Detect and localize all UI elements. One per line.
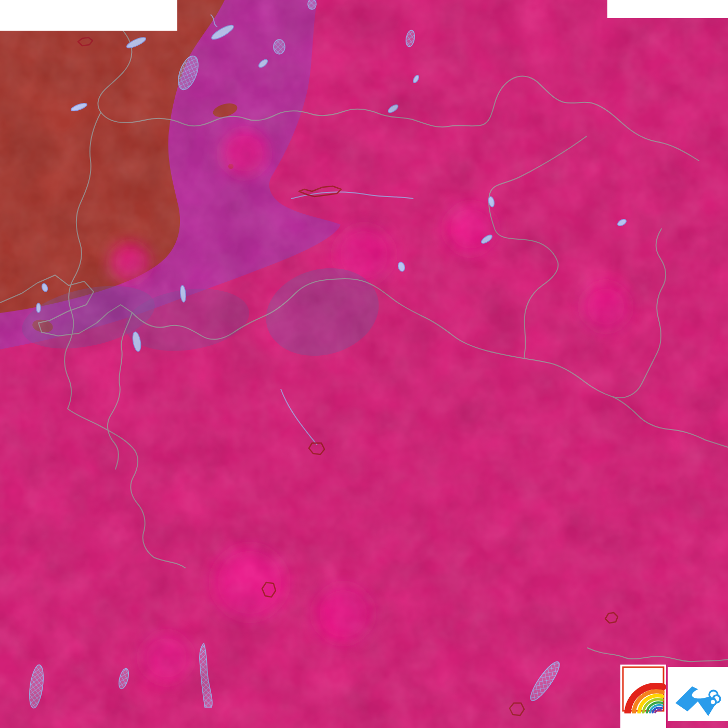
cloud-dot bbox=[713, 697, 716, 699]
zamg-rainbow-logo bbox=[620, 665, 666, 713]
mountain-cloud-logo bbox=[668, 667, 728, 721]
map-title-box bbox=[0, 0, 177, 31]
zamg-logo bbox=[620, 665, 666, 728]
partner-logo-box bbox=[668, 667, 728, 721]
snowline-weather-map bbox=[0, 0, 728, 728]
zamg-rainbow-arcs bbox=[628, 686, 663, 712]
model-label bbox=[607, 0, 728, 18]
terrain-hillshade bbox=[0, 0, 728, 728]
map-canvas bbox=[0, 0, 728, 728]
